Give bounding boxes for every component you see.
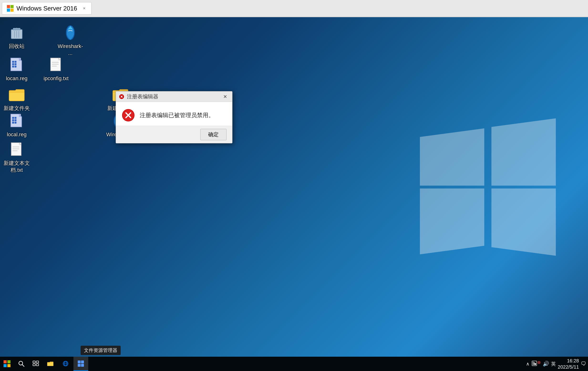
svg-rect-36 <box>15 117 16 119</box>
task-view-button[interactable] <box>29 357 43 371</box>
svg-rect-40 <box>15 122 16 124</box>
local-reg-label: local.reg <box>7 131 26 138</box>
tray-language[interactable]: 英 <box>551 361 556 367</box>
svg-marker-7 <box>492 188 556 256</box>
dialog-ok-button[interactable]: 确定 <box>200 129 227 140</box>
svg-rect-70 <box>81 360 84 363</box>
svg-rect-63 <box>36 361 39 363</box>
svg-rect-57 <box>7 360 10 363</box>
svg-rect-65 <box>36 364 39 366</box>
tray-volume-icon[interactable]: 🔊 <box>543 361 549 367</box>
svg-rect-22 <box>12 63 14 65</box>
svg-rect-25 <box>15 65 16 67</box>
tab-close-button[interactable]: × <box>81 5 87 11</box>
tray-network-icon[interactable] <box>532 360 537 367</box>
windows-start-icon <box>3 360 11 368</box>
svg-rect-39 <box>12 122 14 124</box>
svg-rect-56 <box>4 360 7 363</box>
svg-rect-76 <box>535 363 536 365</box>
dialog-close-button[interactable]: ✕ <box>221 93 229 100</box>
dialog-titlebar[interactable]: 注册表编辑器 ✕ <box>116 91 232 102</box>
tab-title: Windows Server 2016 <box>16 5 77 12</box>
svg-marker-4 <box>420 128 484 186</box>
desktop-icon-new-folder[interactable]: 新建文件夹 <box>4 86 30 112</box>
registry-editor-dialog: 注册表编辑器 ✕ 注册表编辑已被管理员禁用。 确定 <box>116 91 232 143</box>
svg-rect-20 <box>12 61 14 63</box>
taskbar-pin-app[interactable] <box>74 357 88 371</box>
svg-rect-38 <box>15 119 16 121</box>
svg-rect-24 <box>12 65 14 67</box>
svg-rect-72 <box>81 364 84 367</box>
svg-rect-2 <box>7 9 10 12</box>
tray-overflow-button[interactable]: ∧ <box>526 361 530 367</box>
svg-rect-21 <box>15 61 16 63</box>
taskbar-pinned-apps: 文件资源管理器 <box>43 357 88 371</box>
new-txt-label: 新建文本文档.txt <box>4 160 30 174</box>
svg-rect-37 <box>12 119 14 121</box>
internet-explorer-icon <box>62 360 69 367</box>
recycle-bin-label: 回收站 <box>9 43 25 50</box>
locan-reg-icon <box>8 56 25 73</box>
desktop-icon-locan-reg[interactable]: locan.reg <box>4 56 30 82</box>
dialog-body: 注册表编辑已被管理员禁用。 <box>116 102 232 126</box>
ipconfig-txt-icon <box>48 56 64 73</box>
svg-rect-1 <box>10 5 14 8</box>
dialog-footer: 确定 <box>116 126 232 143</box>
svg-line-61 <box>22 365 24 366</box>
wireshark-icon <box>62 24 79 41</box>
dialog-message: 注册表编辑已被管理员禁用。 <box>140 111 214 119</box>
svg-rect-3 <box>10 9 14 12</box>
tab-windows-server[interactable]: Windows Server 2016 × <box>2 2 92 15</box>
desktop-icon-new-txt[interactable]: 新建文本文档.txt <box>4 141 30 174</box>
windows-logo-watermark <box>416 115 559 259</box>
svg-rect-0 <box>7 5 10 8</box>
svg-rect-71 <box>78 364 81 367</box>
svg-rect-59 <box>7 364 10 367</box>
svg-marker-5 <box>492 118 556 186</box>
desktop-icon-ipconfig-txt[interactable]: ipconfig.txt <box>43 56 69 82</box>
desktop: 回收站 Wireshark-... <box>0 17 588 357</box>
taskbar-tray: ∧ ⊗ 🔊 英 16:28 2022/5/11 🗨 <box>526 358 588 370</box>
new-txt-icon <box>8 141 25 158</box>
svg-rect-74 <box>533 362 534 365</box>
svg-rect-35 <box>12 117 14 119</box>
windows-tab-icon <box>6 5 14 12</box>
tray-notification-button[interactable]: 🗨 <box>581 361 586 367</box>
wireshark-label: Wireshark-... <box>57 43 84 56</box>
svg-rect-69 <box>78 360 81 363</box>
desktop-icon-wireshark[interactable]: Wireshark-... <box>57 24 84 56</box>
recycle-bin-icon <box>8 24 25 41</box>
tab-bar: Windows Server 2016 × <box>0 0 588 17</box>
ipconfig-txt-label: ipconfig.txt <box>43 75 68 82</box>
local-reg-icon <box>8 113 25 129</box>
svg-rect-58 <box>4 364 7 367</box>
svg-rect-75 <box>534 362 535 365</box>
dialog-title-icon <box>119 94 125 99</box>
taskbar: 文件资源管理器 ∧ <box>0 357 588 371</box>
svg-rect-23 <box>15 63 16 65</box>
app-icon <box>77 360 84 367</box>
file-manager-icon <box>47 360 54 367</box>
dialog-title: 注册表编辑器 <box>127 93 221 100</box>
search-icon <box>18 360 25 367</box>
new-folder-label: 新建文件夹 <box>4 105 30 112</box>
svg-rect-64 <box>33 364 35 366</box>
search-button[interactable] <box>14 357 29 371</box>
tray-clock: 16:28 <box>558 358 579 364</box>
tray-date: 2022/5/11 <box>558 364 579 370</box>
locan-reg-label: locan.reg <box>6 75 28 82</box>
taskbar-pin-ie[interactable] <box>58 357 73 371</box>
svg-marker-6 <box>420 188 484 254</box>
start-button[interactable] <box>0 357 14 371</box>
taskbar-pin-file-manager[interactable]: 文件资源管理器 <box>43 357 58 371</box>
desktop-icon-recycle-bin[interactable]: 回收站 <box>4 24 30 50</box>
desktop-icon-local-reg[interactable]: local.reg <box>4 113 30 138</box>
task-view-icon <box>32 360 39 367</box>
dialog-error-icon <box>122 109 135 122</box>
new-folder-icon <box>8 86 25 103</box>
tray-time[interactable]: 16:28 2022/5/11 <box>558 358 579 370</box>
svg-rect-62 <box>33 361 35 363</box>
tray-alert-icon: ⊗ <box>537 360 541 365</box>
